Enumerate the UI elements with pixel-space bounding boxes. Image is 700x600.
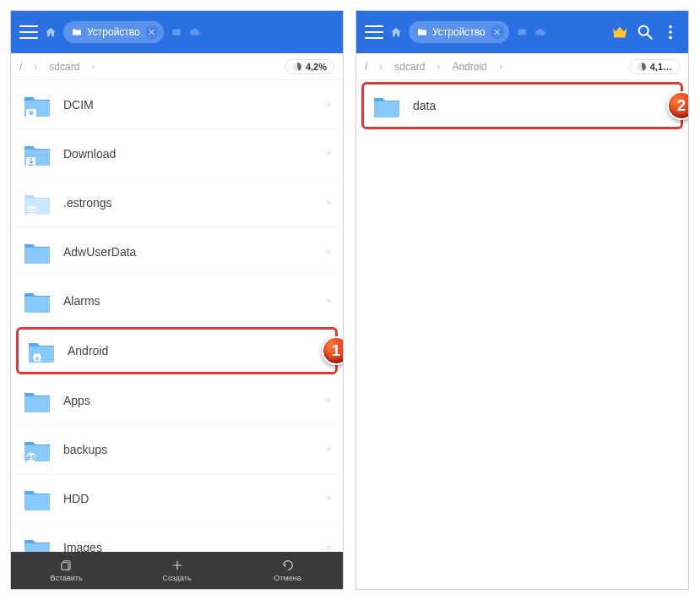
window-ghost-icon [516,26,528,38]
chevron-right-icon: › [34,61,37,73]
folder-name: data [413,99,436,112]
row-indicator-dot [327,200,331,205]
svg-rect-4 [518,30,525,35]
row-indicator-dot [668,104,672,108]
folder-icon [372,93,401,118]
row-indicator-dot [323,349,327,353]
breadcrumb-item[interactable]: / [365,61,367,73]
row-indicator-dot [327,545,331,549]
folder-name: Images [63,541,102,553]
file-list: DCIM Download .estrongs AdwUserData [11,80,343,552]
paste-button[interactable]: Вставить [11,552,122,589]
folder-row[interactable]: Images [11,523,343,552]
chevron-right-icon: › [379,61,383,73]
folder-icon [23,437,52,462]
button-label: Создать [162,574,191,582]
folder-icon [23,486,52,511]
cloud-ghost-icon [534,26,546,38]
breadcrumb-item[interactable]: sdcard [394,61,425,73]
folder-row[interactable]: Apps [11,376,343,425]
premium-crown-icon[interactable] [610,23,629,41]
row-indicator-dot [327,447,331,451]
phone-pane-1: Устройство ✕ /›sdcard›Android› 4,1… data… [355,10,689,590]
breadcrumb-bar: /›sdcard›Android› 4,1… [356,53,688,80]
button-label: Отмена [274,574,301,582]
row-indicator-dot [327,102,331,106]
home-icon[interactable] [390,26,402,38]
folder-name: HDD [63,492,89,505]
bottom-action-bar: Вставить Создать Отмена [11,552,343,589]
folder-icon [23,239,52,265]
folder-icon [23,288,52,314]
button-label: Вставить [50,574,82,582]
folder-row[interactable]: DCIM [11,80,343,129]
folder-name: AdwUserData [63,245,136,259]
menu-button[interactable] [365,25,383,39]
app-topbar: Устройство ✕ [11,11,343,53]
file-list: data 2 [356,80,688,589]
folder-name: Alarms [63,294,100,308]
folder-name: Android [68,344,108,357]
folder-row[interactable]: data 2 [361,82,683,129]
tab-close-icon[interactable]: ✕ [491,25,504,39]
folder-row[interactable]: .estrongs [11,178,343,227]
tab-folder-icon [72,28,82,36]
folder-name: Apps [63,394,90,407]
folder-row[interactable]: Alarms [11,276,343,325]
row-indicator-dot [327,151,331,155]
app-topbar: Устройство ✕ [356,11,688,53]
svg-point-7 [669,25,672,29]
folder-icon [23,141,52,166]
plus-button[interactable]: Создать [122,552,232,589]
chevron-right-icon: › [437,61,440,73]
folder-icon [23,92,52,117]
overflow-menu-icon[interactable] [661,23,680,41]
breadcrumb-bar: /›sdcard› 4,2% [11,53,343,80]
folder-icon [27,338,56,363]
folder-row[interactable]: HDD [11,474,343,523]
folder-icon [23,190,52,215]
plus-icon [171,559,184,572]
folder-row[interactable]: Android 1 [16,327,338,374]
breadcrumb-item[interactable]: / [19,61,22,73]
svg-rect-3 [62,563,68,570]
tab-label: Устройство [432,26,486,38]
breadcrumb-item[interactable]: Android [452,61,486,73]
svg-point-8 [669,30,672,34]
tab-label: Устройство [87,26,140,38]
folder-icon [23,535,52,553]
folder-row[interactable]: AdwUserData [11,227,343,276]
cloud-ghost-icon [189,26,201,38]
storage-value: 4,2% [306,62,327,72]
svg-point-9 [669,36,672,40]
paste-icon [60,559,73,572]
folder-row[interactable]: backups [11,425,343,474]
path-tab[interactable]: Устройство ✕ [409,21,509,43]
pie-icon [637,62,647,72]
storage-indicator[interactable]: 4,2% [285,59,334,74]
tab-close-icon[interactable]: ✕ [145,25,159,39]
undo-button[interactable]: Отмена [232,552,343,589]
row-indicator-dot [327,496,331,500]
folder-name: Download [63,147,116,161]
undo-icon [281,559,295,572]
search-icon[interactable] [636,23,654,41]
svg-point-5 [639,26,648,35]
breadcrumb-item[interactable]: sdcard [49,61,79,73]
chevron-right-icon: › [499,61,502,73]
home-icon[interactable] [45,26,57,38]
row-indicator-dot [327,398,331,402]
menu-button[interactable] [19,25,38,39]
storage-value: 4,1… [650,62,672,72]
path-tab[interactable]: Устройство ✕ [63,21,164,43]
folder-name: backups [63,443,107,456]
storage-indicator[interactable]: 4,1… [629,59,680,74]
row-indicator-dot [327,298,331,303]
pie-icon [292,62,302,72]
folder-name: DCIM [63,98,94,112]
folder-row[interactable]: Download [11,129,343,178]
chevron-right-icon: › [91,61,95,73]
phone-pane-0: Устройство ✕ /›sdcard› 4,2% DCIM [10,10,344,590]
svg-line-6 [648,35,653,40]
row-indicator-dot [327,249,331,254]
